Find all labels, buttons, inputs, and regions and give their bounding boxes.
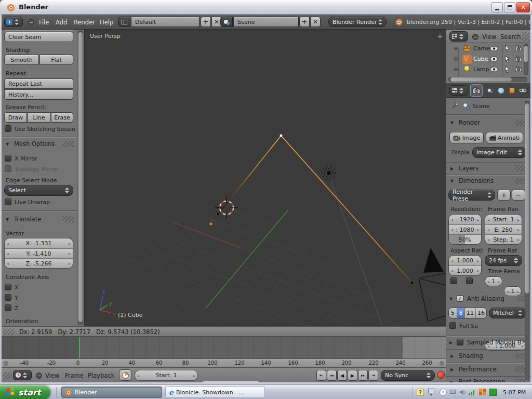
panel-expand-icon[interactable]: ▼ [450, 179, 454, 183]
constraint-y-checkbox[interactable] [5, 294, 11, 301]
anti-aliasing-header[interactable]: Anti-Aliasing [467, 295, 504, 302]
aa-samples-8[interactable]: 8 [457, 308, 464, 318]
topology-mirror-checkbox[interactable] [5, 165, 11, 172]
outliner-menu-view[interactable]: View [482, 33, 496, 41]
timeline-editor-type-button[interactable] [13, 370, 32, 380]
constraint-x-checkbox[interactable] [5, 284, 11, 290]
add-scene-button[interactable]: + [299, 17, 310, 27]
panel-expand-icon[interactable]: ▶ [449, 340, 453, 345]
area-corner-grip[interactable] [526, 86, 530, 95]
collapse-menus-icon[interactable]: − [472, 34, 478, 40]
region-expand-plus-icon[interactable]: + [437, 32, 443, 41]
remap-new-field[interactable]: ◂1▸ [504, 286, 522, 296]
area-corner-grip[interactable] [3, 372, 12, 379]
timeline-menu-view[interactable]: View [45, 372, 59, 379]
render-animation-button[interactable]: Animati [486, 132, 523, 143]
panel-expand-icon[interactable]: ▼ [449, 297, 453, 301]
renderability-camera-icon[interactable] [515, 56, 522, 62]
aspect-x-field[interactable]: ◂1.000▸ [449, 256, 481, 265]
task-button-blender[interactable]: Blender [61, 387, 162, 398]
grease-draw-button[interactable]: Draw [4, 112, 27, 123]
selectability-cursor-icon[interactable] [504, 55, 510, 63]
camera-object[interactable] [419, 248, 446, 321]
minimize-button[interactable] [491, 2, 503, 12]
active-vertex[interactable] [280, 135, 283, 137]
frame-start-field[interactable]: ◂Start: 1▸ [485, 215, 522, 224]
grease-erase-button[interactable]: Erase [51, 112, 73, 123]
aa-samples-5[interactable]: 5 [449, 308, 457, 318]
play-reverse-button[interactable]: ◀ [337, 370, 347, 381]
mesh-edge[interactable] [281, 136, 412, 283]
tray-hide-icons-chevron[interactable]: ‹ [440, 389, 447, 396]
anti-aliasing-checkbox[interactable]: ✓ [457, 295, 463, 302]
object-label[interactable]: Cube [473, 56, 488, 62]
flat-button[interactable]: Flat [39, 55, 73, 65]
render-presets-dropdown[interactable]: Render Prese [448, 190, 495, 201]
translate-z-field[interactable]: ◂Z: -5.266▸ [5, 258, 73, 268]
start-frame-field[interactable]: ◂Start: 1▸ [135, 370, 198, 381]
scrollbar-thumb[interactable] [78, 32, 83, 323]
tray-status-icon[interactable] [489, 389, 497, 396]
x-mirror-checkbox[interactable] [5, 155, 11, 162]
layers-panel-header[interactable]: Layers [459, 165, 478, 172]
start-button[interactable]: start [0, 385, 50, 399]
repeat-last-button[interactable]: Repeat Last [4, 78, 73, 89]
clear-seam-button[interactable]: Clear Seam [4, 32, 73, 42]
add-preset-button[interactable]: + [497, 190, 511, 201]
resolution-x-field[interactable]: ◂: 1920▸ [449, 215, 481, 224]
scrollbar-thumb[interactable] [525, 103, 529, 294]
frame-end-field[interactable]: ◂E: 250▸ [485, 224, 522, 234]
area-corner-grip[interactable] [3, 328, 15, 335]
resolution-percentage-slider[interactable]: 50% [449, 234, 481, 244]
breadcrumb-scene[interactable]: Scene [472, 103, 490, 110]
screen-layout-icon[interactable] [118, 17, 130, 27]
renderability-camera-icon[interactable] [515, 66, 522, 72]
current-frame-playhead[interactable] [79, 337, 80, 358]
prev-keyframe-button[interactable]: ◂◂ [327, 370, 337, 381]
aa-samples-11[interactable]: 11 [464, 308, 475, 318]
frame-step-field[interactable]: ◂Step: 1▸ [485, 234, 522, 244]
translate-y-field[interactable]: ◂Y: -1.410▸ [5, 248, 73, 258]
outliner-row-lamp[interactable]: ⊕ Lamp [446, 64, 522, 75]
visibility-eye-icon[interactable] [490, 46, 498, 51]
constraint-z-checkbox[interactable] [5, 304, 11, 311]
aspect-checkbox-1[interactable] [450, 277, 457, 284]
remap-old-field[interactable]: ◂1▸ [485, 276, 502, 286]
use-preview-range-button[interactable] [119, 369, 131, 381]
menu-help[interactable]: Help [100, 19, 113, 26]
cursor-3d[interactable] [215, 196, 238, 219]
record-button[interactable] [437, 371, 445, 379]
menu-render[interactable]: Render [74, 19, 95, 26]
selected-vertex[interactable] [209, 222, 212, 225]
pin-icon[interactable] [451, 102, 459, 109]
outliner-menu-search[interactable]: Search [500, 33, 521, 41]
properties-editor-type-button[interactable] [449, 85, 468, 96]
translate-x-field[interactable]: ◂X: -1.331▸ [5, 238, 73, 248]
visibility-eye-icon[interactable] [490, 56, 498, 62]
mesh-options-header[interactable]: Mesh Options [14, 140, 55, 148]
aspect-y-field[interactable]: ◂1.000▸ [449, 265, 481, 275]
panel-expand-icon[interactable]: ▼ [450, 121, 454, 125]
tab-render[interactable] [470, 84, 483, 97]
panel-grip[interactable] [63, 141, 74, 147]
render-panel-header[interactable]: Render [459, 119, 480, 126]
expand-icon[interactable]: ⊕ [454, 45, 458, 52]
mesh-edge[interactable] [218, 136, 281, 214]
selectability-cursor-icon[interactable] [504, 65, 510, 73]
scrollbar-thumb[interactable] [524, 45, 528, 63]
outliner-editor-type-button[interactable] [449, 31, 468, 42]
scroller-right-cap[interactable] [440, 361, 444, 366]
panel-expand-icon[interactable]: ▼ [6, 142, 9, 147]
maximize-button[interactable] [504, 2, 515, 12]
collapse-menus-icon[interactable]: − [36, 373, 42, 379]
tray-volume-icon[interactable] [459, 389, 467, 396]
panel-grip[interactable] [63, 216, 74, 222]
properties-scrollbar[interactable] [525, 101, 529, 380]
edge-select-dropdown[interactable]: Select [4, 185, 73, 196]
panel-expand-icon[interactable]: ▶ [450, 367, 454, 372]
sync-mode-dropdown[interactable]: No Sync [381, 370, 435, 381]
jump-to-end-button[interactable]: ⇥ [368, 370, 378, 381]
aa-filter-dropdown[interactable]: Mitchel [489, 308, 526, 318]
add-layout-button[interactable]: + [201, 17, 211, 27]
outliner-vscrollbar[interactable] [524, 44, 528, 75]
